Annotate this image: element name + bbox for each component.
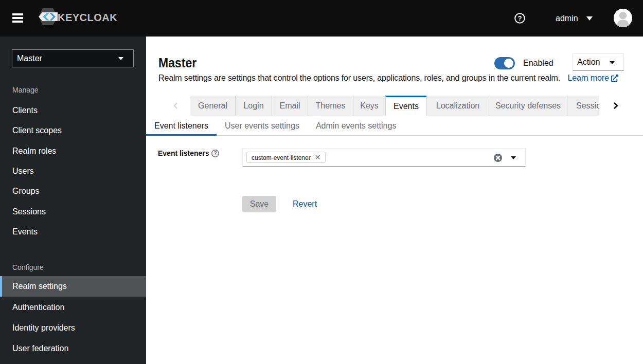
svg-text:?: ? [213, 150, 217, 156]
svg-text:?: ? [518, 14, 522, 22]
svg-text:KEYCLOAK: KEYCLOAK [58, 12, 117, 23]
